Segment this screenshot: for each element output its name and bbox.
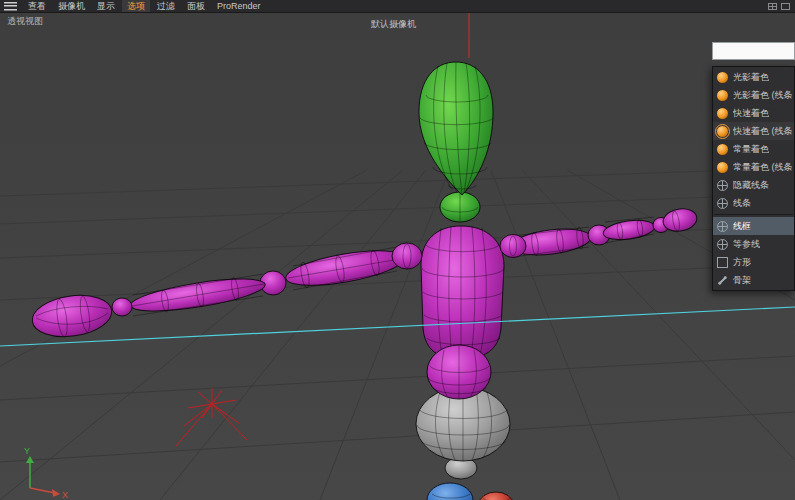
menu-filter[interactable]: 过滤 bbox=[152, 0, 180, 12]
single-view-layout-icon[interactable] bbox=[781, 3, 790, 10]
menu-item-label: 快速着色 bbox=[733, 107, 769, 120]
menu-item-wireframe[interactable]: 线框 bbox=[713, 217, 794, 235]
menu-item-gouraud-shading[interactable]: 光影着色 bbox=[713, 68, 794, 86]
axis-y-label: Y bbox=[24, 446, 30, 456]
menu-item-label: 光影着色 (线条) bbox=[733, 89, 792, 102]
neck bbox=[440, 192, 480, 222]
shaded-sphere-icon bbox=[717, 162, 728, 173]
menu-item-label: 快速着色 (线条) bbox=[733, 125, 792, 138]
menu-camera[interactable]: 摄像机 bbox=[53, 0, 90, 12]
menu-item-label: 线框 bbox=[733, 220, 751, 233]
menu-item-constant-shading[interactable]: 常量着色 bbox=[713, 140, 794, 158]
four-view-layout-icon[interactable] bbox=[768, 3, 777, 10]
shaded-sphere-icon bbox=[717, 144, 728, 155]
menu-item-label: 常量着色 (线条) bbox=[733, 161, 792, 174]
menu-search-input[interactable] bbox=[712, 42, 795, 60]
menu-item-label: 光影着色 bbox=[733, 71, 769, 84]
menu-item-lines[interactable]: 线条 bbox=[713, 194, 794, 212]
menu-item-gouraud-shading-lines[interactable]: 光影着色 (线条) bbox=[713, 86, 794, 104]
left-shoulder bbox=[392, 243, 422, 269]
menu-item-label: 等参线 bbox=[733, 238, 760, 251]
menu-item-quick-shading[interactable]: 快速着色 bbox=[713, 104, 794, 122]
menu-item-isoparms[interactable]: 等参线 bbox=[713, 235, 794, 253]
menu-item-constant-shading-lines[interactable]: 常量着色 (线条) bbox=[713, 158, 794, 176]
viewport-3d: Y X 透视视图 默认摄像机 光影着色 光影着色 (线条) 快速着色 bbox=[0, 13, 795, 500]
viewport-canvas[interactable]: Y X bbox=[0, 13, 795, 500]
menu-panel[interactable]: 面板 bbox=[182, 0, 210, 12]
menu-item-label: 骨架 bbox=[733, 274, 751, 287]
menu-item-label: 隐藏线条 bbox=[733, 179, 769, 192]
display-mode-menu: 光影着色 光影着色 (线条) 快速着色 快速着色 (线条) 常量着色 常量着色 … bbox=[712, 66, 795, 291]
menubar-right-icons bbox=[768, 3, 790, 10]
view-name-label[interactable]: 透视视图 bbox=[7, 16, 43, 27]
wire-sphere-icon bbox=[717, 239, 728, 250]
camera-name-label[interactable]: 默认摄像机 bbox=[371, 19, 416, 30]
menu-view[interactable]: 查看 bbox=[23, 0, 51, 12]
menu-item-label: 方形 bbox=[733, 256, 751, 269]
shaded-sphere-icon bbox=[717, 90, 728, 101]
menu-item-label: 线条 bbox=[733, 197, 751, 210]
skeleton-icon bbox=[717, 275, 728, 286]
shaded-sphere-icon bbox=[717, 108, 728, 119]
torso bbox=[421, 226, 504, 359]
menu-separator bbox=[714, 214, 793, 215]
wire-sphere-icon bbox=[717, 221, 728, 232]
menu-prorender[interactable]: ProRender bbox=[212, 0, 266, 12]
menu-item-box[interactable]: 方形 bbox=[713, 253, 794, 271]
menu-options[interactable]: 选项 bbox=[122, 0, 150, 12]
box-icon bbox=[717, 257, 728, 268]
shaded-sphere-icon bbox=[717, 72, 728, 83]
axis-x-label: X bbox=[62, 490, 68, 500]
menu-display[interactable]: 显示 bbox=[92, 0, 120, 12]
wire-sphere-icon bbox=[717, 180, 728, 191]
c4d-viewport-window: 查看 摄像机 显示 选项 过滤 面板 ProRender bbox=[0, 0, 795, 500]
menu-item-label: 常量着色 bbox=[733, 143, 769, 156]
menu-item-skeleton[interactable]: 骨架 bbox=[713, 271, 794, 289]
viewport-menu-bar: 查看 摄像机 显示 选项 过滤 面板 ProRender bbox=[0, 0, 795, 13]
shaded-sphere-icon bbox=[717, 126, 728, 137]
menu-item-quick-shading-lines[interactable]: 快速着色 (线条) bbox=[713, 122, 794, 140]
right-shoulder bbox=[500, 235, 526, 258]
menu-icon[interactable] bbox=[4, 2, 17, 11]
abdomen bbox=[427, 345, 491, 399]
wire-sphere-icon bbox=[717, 198, 728, 209]
menu-item-hidden-line[interactable]: 隐藏线条 bbox=[713, 176, 794, 194]
